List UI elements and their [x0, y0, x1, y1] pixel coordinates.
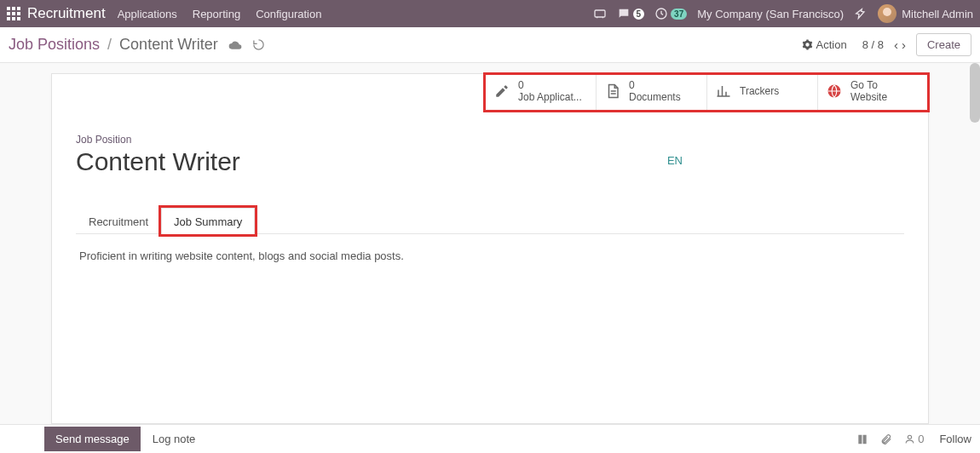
main-area: 0 Job Applicat... 0 Documents Trackers [0, 63, 980, 424]
menu-configuration[interactable]: Configuration [256, 8, 321, 20]
followers-number: 0 [918, 433, 924, 445]
log-note-button[interactable]: Log note [141, 427, 208, 451]
stat-documents-label: Documents [629, 92, 681, 104]
follow-button[interactable]: Follow [939, 433, 971, 445]
stat-job-applications[interactable]: 0 Job Applicat... [486, 74, 597, 110]
company-switcher[interactable]: My Company (San Francisco) [697, 8, 844, 20]
activities-badge: 37 [671, 9, 687, 20]
breadcrumb-current: Content Writer [119, 36, 218, 53]
send-message-button[interactable]: Send message [44, 427, 141, 451]
breadcrumb-parent[interactable]: Job Positions [9, 36, 100, 53]
menu-applications[interactable]: Applications [118, 8, 177, 20]
breadcrumb-separator: / [107, 36, 112, 53]
svg-rect-0 [595, 10, 605, 17]
stat-applications-count: 0 [518, 80, 582, 92]
menu-reporting[interactable]: Reporting [193, 8, 240, 20]
messages-badge: 5 [633, 9, 645, 20]
attachment-icon[interactable] [880, 433, 892, 445]
breadcrumb: Job Positions / Content Writer [9, 36, 218, 54]
stat-applications-label: Job Applicat... [518, 92, 582, 104]
language-badge[interactable]: EN [667, 154, 683, 167]
activities-icon[interactable]: 37 [654, 7, 687, 20]
chatter-bar: Send message Log note 0 Follow [0, 424, 980, 453]
control-panel: Job Positions / Content Writer Action 8 … [0, 27, 980, 63]
action-button[interactable]: Action [802, 38, 847, 51]
bar-chart-icon [716, 83, 733, 100]
book-icon[interactable] [856, 433, 868, 445]
job-position-label: Job Position [76, 134, 904, 146]
action-label: Action [816, 38, 847, 51]
pager-text[interactable]: 8 / 8 [862, 38, 884, 51]
tray-shortcut-icon[interactable] [593, 7, 607, 20]
globe-icon [827, 83, 844, 100]
stat-documents[interactable]: 0 Documents [597, 74, 707, 110]
stat-documents-count: 0 [629, 80, 681, 92]
stat-trackers[interactable]: Trackers [707, 74, 818, 110]
discard-icon[interactable] [252, 38, 265, 51]
apps-icon[interactable] [7, 7, 20, 20]
followers-count[interactable]: 0 [904, 433, 924, 445]
stat-website-line2: Website [850, 92, 887, 104]
tab-job-summary[interactable]: Job Summary [161, 208, 255, 234]
debug-icon[interactable] [854, 7, 868, 20]
pager-prev-icon[interactable]: ‹ [894, 37, 898, 52]
cloud-save-icon[interactable] [228, 38, 242, 52]
form-sheet: 0 Job Applicat... 0 Documents Trackers [51, 73, 929, 424]
messaging-icon[interactable]: 5 [617, 7, 645, 20]
scrollbar-thumb[interactable] [970, 63, 980, 123]
user-name: Mitchell Admin [902, 8, 973, 20]
stat-trackers-label: Trackers [740, 86, 779, 98]
stat-website-line1: Go To [850, 80, 887, 92]
stat-button-row: 0 Job Applicat... 0 Documents Trackers [485, 74, 928, 111]
document-icon [605, 83, 622, 100]
top-navbar: Recruitment Applications Reporting Confi… [0, 0, 980, 27]
svg-point-3 [908, 435, 912, 439]
app-brand[interactable]: Recruitment [27, 5, 106, 22]
job-position-title[interactable]: Content Writer [76, 147, 667, 176]
user-menu[interactable]: Mitchell Admin [878, 4, 973, 23]
pager-next-icon[interactable]: › [902, 37, 906, 52]
tab-bar: Recruitment Job Summary [76, 207, 904, 234]
job-summary-content[interactable]: Proficient in writing website content, b… [76, 234, 904, 278]
tab-recruitment[interactable]: Recruitment [76, 208, 161, 234]
avatar [878, 4, 896, 23]
pencil-icon [494, 83, 511, 100]
create-button[interactable]: Create [916, 33, 971, 56]
stat-go-to-website[interactable]: Go To Website [818, 74, 928, 110]
